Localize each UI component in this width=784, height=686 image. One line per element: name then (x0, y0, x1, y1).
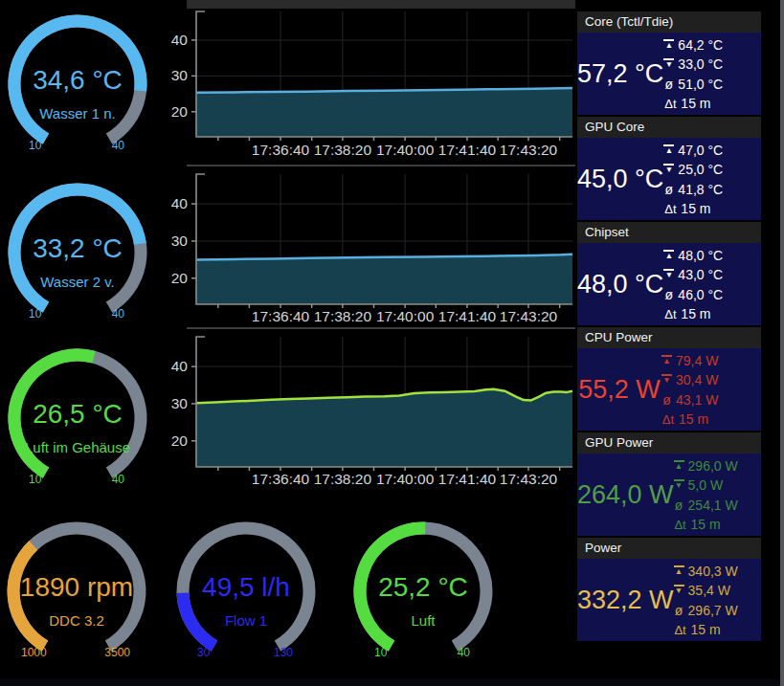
max-icon: ▲ (663, 39, 674, 50)
gauge-luft: 25,2 °C Luft 10 40 (347, 515, 500, 668)
panel-stats: ▲48,0 °C ▼43,0 °C ø46,0 °C Δt15 m (663, 244, 761, 325)
max-icon: ▲ (663, 144, 674, 155)
chart-plot: 20304017:36:4017:38:2017:40:0017:41:4017… (153, 0, 576, 163)
gauge-max-label: 3500 (104, 646, 130, 659)
delta-t-icon: Δt (663, 95, 677, 115)
x-tick-label: 17:38:20 (314, 142, 372, 158)
stat-dt: Δt15 m (674, 515, 761, 536)
stat-avg: ø41,8 °C (663, 180, 761, 200)
gauge-label: Flow 1 (169, 612, 323, 629)
stat-min: ▼25,0 °C (663, 160, 761, 180)
stat-avg-value: 43,1 W (676, 392, 718, 408)
stat-max: ▲296,0 W (674, 456, 761, 476)
stat-min: ▼30,4 W (661, 370, 761, 390)
gauge-value: 49,5 l/h (169, 572, 323, 603)
panel-value: 264,0 W (577, 480, 674, 510)
x-tick-label: 17:41:40 (438, 142, 497, 158)
stat-max: ▲79,4 W (661, 351, 761, 371)
min-icon: ▼ (661, 374, 672, 385)
stat-min-value: 33,0 °C (678, 56, 723, 72)
y-tick-label: 20 (171, 432, 189, 449)
panel-value: 55,2 W (577, 375, 661, 405)
gauge-wasser-2: 33,2 °C Wasser 2 v. 10 40 (1, 176, 154, 329)
gauge-label: Wasser 2 v. (1, 274, 154, 290)
x-tick-label: 17:43:20 (500, 308, 558, 324)
stat-panel-power: Power 332,2 W ▲340,3 W ▼35,4 W ø296,7 W … (577, 538, 761, 641)
stat-dt-value: 15 m (681, 306, 710, 321)
delta-t-icon: Δt (663, 305, 677, 325)
stat-min: ▼5,0 W (674, 476, 761, 496)
gauge-luft-im-gehaeuse: 26,5 °C Luft im Gehäuse 10 40 (1, 342, 154, 495)
y-tick-label: 40 (171, 32, 189, 48)
max-icon: ▲ (663, 250, 674, 260)
stat-panel-chipset: Chipset 48,0 °C ▲48,0 °C ▼43,0 °C ø46,0 … (577, 222, 761, 325)
min-icon: ▼ (674, 479, 684, 490)
y-tick-label: 20 (171, 270, 189, 286)
panel-value: 45,0 °C (577, 165, 663, 194)
stat-dt-value: 15 m (679, 411, 708, 427)
bottom-edge-strip (0, 679, 784, 686)
x-tick-label: 17:38:20 (314, 308, 372, 324)
x-tick-label: 17:36:40 (252, 308, 310, 324)
stat-min-value: 30,4 W (676, 372, 718, 387)
stat-min-value: 25,0 °C (678, 162, 723, 177)
panel-value: 57,2 °C (577, 59, 663, 89)
y-tick-label: 40 (171, 195, 189, 211)
x-tick-label: 17:43:20 (500, 471, 558, 487)
stat-max: ▲64,2 °C (663, 35, 761, 55)
gauge-min-label: 10 (374, 646, 387, 659)
min-icon: ▼ (663, 269, 674, 279)
delta-t-icon: Δt (674, 516, 687, 536)
average-icon: ø (674, 496, 684, 516)
max-icon: ▲ (674, 460, 684, 471)
gauge-label: Luft im Gehäuse (1, 439, 154, 455)
x-tick-label: 17:40:00 (376, 308, 435, 324)
stat-panel-gpu-core: GPU Core 45,0 °C ▲47,0 °C ▼25,0 °C ø41,8… (577, 117, 761, 220)
stat-min-value: 43,0 °C (678, 267, 723, 282)
stat-dt-value: 15 m (691, 517, 721, 532)
stat-min: ▼33,0 °C (663, 55, 761, 75)
x-tick-label: 17:41:40 (438, 471, 497, 487)
min-icon: ▼ (663, 164, 674, 174)
gauge-max-label: 130 (274, 646, 293, 659)
stat-avg-value: 254,1 W (688, 498, 738, 513)
average-icon: ø (663, 180, 674, 200)
x-tick-label: 17:40:00 (376, 142, 435, 158)
scrollbar[interactable] (780, 0, 784, 686)
stat-dt: Δt15 m (663, 94, 761, 115)
x-tick-label: 17:36:40 (252, 142, 310, 158)
gauge-wasser-1: 34,6 °C Wasser 1 n. 10 40 (1, 8, 154, 161)
stat-panel-gpu-power: GPU Power 264,0 W ▲296,0 W ▼5,0 W ø254,1… (577, 432, 761, 536)
stat-dt: Δt15 m (661, 409, 761, 431)
gauge-min-label: 1000 (21, 646, 47, 659)
panel-stats: ▲47,0 °C ▼25,0 °C ø41,8 °C Δt15 m (663, 139, 761, 220)
gauge-max-label: 40 (112, 139, 124, 152)
stat-max-value: 48,0 °C (678, 248, 723, 263)
gauge-value: 25,2 °C (347, 572, 500, 603)
gauge-label: Luft (347, 612, 500, 629)
min-icon: ▼ (674, 585, 684, 595)
x-tick-label: 17:40:00 (376, 471, 435, 487)
gauge-label: Wasser 1 n. (1, 105, 154, 122)
gauge-min-label: 10 (29, 307, 41, 321)
chart-wasser-1-history: 20304017:36:4017:38:2017:40:0017:41:4017… (153, 0, 576, 163)
average-icon: ø (674, 601, 684, 621)
x-tick-label: 17:36:40 (252, 471, 310, 487)
stat-max-value: 47,0 °C (678, 143, 723, 158)
stat-avg-value: 296,7 W (688, 603, 738, 618)
panel-title: GPU Power (577, 432, 761, 454)
gauge-label: DDC 3.2 (0, 612, 153, 629)
max-icon: ▲ (674, 565, 684, 576)
sensor-dashboard: 34,6 °C Wasser 1 n. 10 40 33,2 °C Wasser… (0, 0, 784, 686)
max-icon: ▲ (661, 355, 672, 365)
panel-stats: ▲64,2 °C ▼33,0 °C ø51,0 °C Δt15 m (663, 33, 761, 115)
panel-title: GPU Core (577, 117, 761, 138)
stat-max-value: 79,4 W (676, 353, 718, 368)
panel-title: Core (Tctl/Tdie) (577, 11, 761, 33)
average-icon: ø (661, 390, 672, 410)
stat-max-value: 64,2 °C (678, 37, 723, 53)
stat-avg: ø46,0 °C (663, 285, 761, 305)
delta-t-icon: Δt (663, 200, 677, 220)
stat-min: ▼35,4 W (674, 581, 761, 601)
stat-max-value: 340,3 W (688, 564, 738, 579)
